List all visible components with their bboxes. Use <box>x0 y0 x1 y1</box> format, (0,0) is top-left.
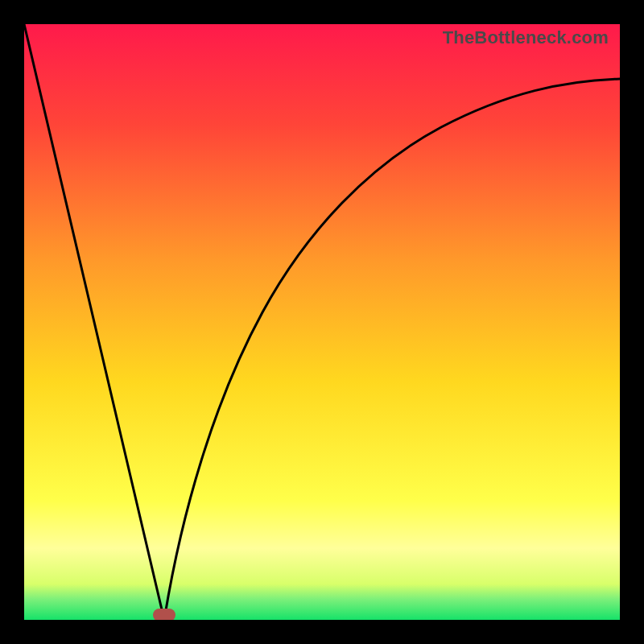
bottleneck-curve <box>24 24 620 620</box>
plot-area: TheBottleneck.com <box>24 24 620 620</box>
chart-svg <box>24 24 620 620</box>
chart-frame: TheBottleneck.com <box>0 0 644 644</box>
watermark-text: TheBottleneck.com <box>443 27 609 48</box>
min-marker <box>153 609 175 620</box>
gradient-background <box>24 24 620 620</box>
